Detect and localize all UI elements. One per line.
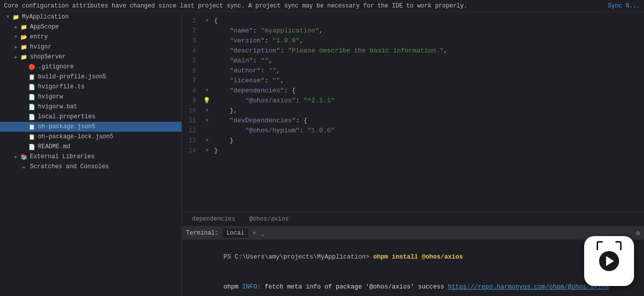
sidebar-item-ohpackage[interactable]: 📋 oh-package.json5 xyxy=(0,122,182,132)
notification-bar: Core configuration attributes have chang… xyxy=(0,0,644,12)
antenna-right xyxy=(616,241,622,250)
sidebar-item-myapplication[interactable]: ▼ 📁 MyApplication xyxy=(0,12,182,22)
main-area: ▼ 📁 MyApplication ▶ 📁 AppScope ▼ 📂 entry… xyxy=(0,12,644,296)
code-content: "dependencies": { xyxy=(212,86,644,96)
sidebar-item-label: Scratches and Consoles xyxy=(30,163,180,170)
fold-gutter[interactable]: ▼ xyxy=(202,136,212,146)
code-content: "main": "", xyxy=(212,56,644,66)
expand-arrow xyxy=(20,113,28,121)
fold-gutter[interactable]: ▼ xyxy=(202,106,212,116)
code-content: "author": "", xyxy=(212,66,644,76)
sidebar-item-extlibs[interactable]: ▶ 📚 External Libraries xyxy=(0,152,182,162)
fold-gutter[interactable]: ▼ xyxy=(202,16,212,26)
terminal-body[interactable]: PS C:\Users\amy\projects\MyApplication> … xyxy=(182,240,644,296)
tab-dependencies[interactable]: dependencies xyxy=(186,214,241,226)
code-line-3: 3 "version": "1.0.0", xyxy=(182,36,644,46)
editor-bottom-tabs: dependencies @ohos/axios xyxy=(182,212,644,226)
expand-arrow: ▶ xyxy=(12,153,20,161)
folder-icon: 📁 xyxy=(20,43,28,51)
terminal-info-tag: INFO: xyxy=(242,284,261,291)
code-editor[interactable]: 1 ▼ { 2 "name": "myapplication", 3 "vers… xyxy=(182,12,644,212)
terminal-tab-local[interactable]: Local xyxy=(222,229,248,238)
code-line-14: 14 ▼ } xyxy=(182,146,644,156)
file-ts-icon: 📄 xyxy=(28,83,36,91)
sidebar-item-localprops[interactable]: 📄 local.properties xyxy=(0,112,182,122)
terminal-link[interactable]: https://repo.harmonyos.com/ohpm/@ohos/ax… xyxy=(448,284,609,291)
expand-arrow: ▼ xyxy=(4,13,12,21)
sidebar-item-scratches[interactable]: ✏️ Scratches and Consoles xyxy=(0,162,182,172)
terminal-add-button[interactable]: + xyxy=(252,229,256,237)
sync-link[interactable]: Sync N... xyxy=(608,2,640,9)
line-number: 12 xyxy=(182,126,202,136)
expand-arrow: ▼ xyxy=(12,33,20,41)
code-line-4: 4 "description": "Please describe the ba… xyxy=(182,46,644,56)
line-number: 11 xyxy=(182,116,202,126)
terminal-line-1: PS C:\Users\amy\projects\MyApplication> … xyxy=(186,242,640,272)
file-icon: 🔴 xyxy=(28,63,36,71)
tab-ohos-axios[interactable]: @ohos/axios xyxy=(243,214,294,226)
terminal-prompt: PS C:\Users\amy\projects\MyApplication> xyxy=(223,254,373,261)
sidebar-item-shopserver[interactable]: ▶ 📁 shopServer xyxy=(0,52,182,62)
play-button[interactable] xyxy=(599,251,619,271)
code-line-7: 7 "license": "", xyxy=(182,76,644,86)
terminal-ohpm: ohpm xyxy=(223,284,242,291)
expand-arrow xyxy=(20,73,28,81)
line-number: 1 xyxy=(182,16,202,26)
sidebar-item-hvigorw[interactable]: 📄 hvigorw xyxy=(0,92,182,102)
line-number: 3 xyxy=(182,36,202,46)
terminal-info-text: fetch meta info of package '@ohos/axios'… xyxy=(261,284,448,291)
line-number: 13 xyxy=(182,136,202,146)
folder-open-icon: 📂 xyxy=(20,33,28,41)
fold-gutter[interactable]: ▼ xyxy=(202,116,212,126)
sidebar-item-gitignore[interactable]: 🔴 .gitignore xyxy=(0,62,182,72)
code-line-10: 10 ▼ }, xyxy=(182,106,644,116)
line-number: 7 xyxy=(182,76,202,86)
sidebar-item-appscope[interactable]: ▶ 📁 AppScope xyxy=(0,22,182,32)
sidebar-item-hvigorfile[interactable]: 📄 hvigorfile.ts xyxy=(0,82,182,92)
folder-icon: 📁 xyxy=(20,53,28,61)
sidebar-item-label: hvigorfile.ts xyxy=(38,83,180,90)
code-content: } xyxy=(212,136,644,146)
code-content: "license": "", xyxy=(212,76,644,86)
terminal-header: Terminal: Local + ⌄ ⚙ xyxy=(182,227,644,240)
code-content: } xyxy=(212,146,644,156)
sidebar-item-hvigorwbat[interactable]: 📄 hvigorw.bat xyxy=(0,102,182,112)
sidebar-item-label: hvigor xyxy=(30,43,180,50)
file-json-icon: 📋 xyxy=(28,133,36,141)
code-line-11: 11 ▼ "devDependencies": { xyxy=(182,116,644,126)
sidebar-item-label: MyApplication xyxy=(22,13,180,20)
sidebar-item-label: hvigorw xyxy=(38,93,180,100)
terminal-chevron-button[interactable]: ⌄ xyxy=(260,229,264,238)
sidebar-item-label: oh-package.json5 xyxy=(38,123,180,130)
sidebar-item-ohpackagelock[interactable]: 📋 oh-package-lock.json5 xyxy=(0,132,182,142)
code-content: "name": "myapplication", xyxy=(212,26,644,36)
code-line-9: 9 💡 "@ohos/axios": "^2.1.1" xyxy=(182,96,644,106)
file-icon: 📄 xyxy=(28,113,36,121)
sidebar-item-label: .gitignore xyxy=(38,63,180,70)
line-number: 4 xyxy=(182,46,202,56)
expand-arrow xyxy=(12,163,20,171)
sidebar-item-entry[interactable]: ▼ 📂 entry xyxy=(0,32,182,42)
sidebar: ▼ 📁 MyApplication ▶ 📁 AppScope ▼ 📂 entry… xyxy=(0,12,182,296)
code-line-5: 5 "main": "", xyxy=(182,56,644,66)
terminal-settings-icon[interactable]: ⚙ xyxy=(636,229,640,237)
file-icon: 📄 xyxy=(28,103,36,111)
sidebar-item-buildprofile[interactable]: 📋 build-profile.json5 xyxy=(0,72,182,82)
terminal-line-2: ohpm INFO: fetch meta info of package '@… xyxy=(186,272,640,296)
file-md-icon: 📄 xyxy=(28,143,36,151)
code-content: { xyxy=(212,16,644,26)
code-content: "@ohos/hypium": "1.0.6" xyxy=(212,126,644,136)
sidebar-item-readme[interactable]: 📄 README.md xyxy=(0,142,182,152)
sidebar-item-hvigor[interactable]: ▶ 📁 hvigor xyxy=(0,42,182,52)
code-line-1: 1 ▼ { xyxy=(182,16,644,26)
lib-icon: 📚 xyxy=(20,153,28,161)
fold-gutter[interactable]: ▼ xyxy=(202,146,212,156)
expand-arrow: ▶ xyxy=(12,43,20,51)
line-number: 8 xyxy=(182,86,202,96)
expand-arrow xyxy=(20,63,28,71)
sidebar-item-label: entry xyxy=(30,33,180,40)
expand-arrow xyxy=(20,103,28,111)
file-icon: 📄 xyxy=(28,93,36,101)
fold-gutter[interactable]: ▼ xyxy=(202,86,212,96)
sidebar-item-label: local.properties xyxy=(38,113,180,120)
